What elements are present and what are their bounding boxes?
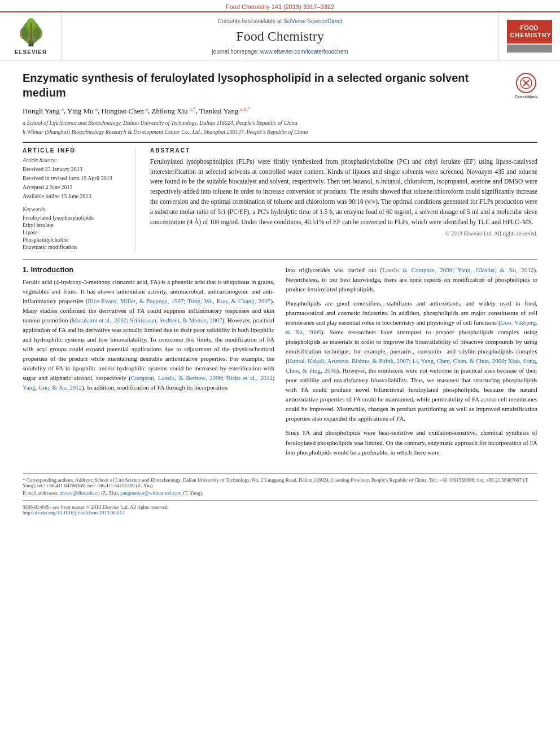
homepage-prefix: journal homepage: [212, 49, 259, 55]
body-area: 1. Introduction Ferulic acid (4-hydroxy-… [23, 259, 537, 462]
svg-point-5 [33, 27, 42, 40]
ref-compton[interactable]: Compton, Laszlo, & Berhow, 2000 [131, 374, 222, 381]
elsevier-tree-icon [11, 17, 51, 48]
copyright-line: © 2013 Elsevier Ltd. All rights reserved… [150, 230, 537, 237]
ref-rice-evans[interactable]: Rice-Evans, Miller, & Paganga, 1997 [88, 298, 184, 304]
history-item-0: Received 23 January 2013 [23, 165, 127, 173]
keyword-2: Lipase [23, 229, 127, 235]
food-chemistry-badge: FOOD CHEMISTRY [507, 20, 552, 43]
badge-chemistry: CHEMISTRY [510, 32, 549, 39]
main-content: Enzymatic synthesis of feruloylated lyso… [0, 60, 560, 468]
citation-text: Food Chemistry 141 (2013) 3317–3322 [226, 3, 334, 10]
footnote-star: * Corresponding authors. Address: School… [23, 477, 537, 488]
intro-para-4: Since FA and phospholipids were heat-sen… [286, 428, 537, 457]
badge-food: FOOD [510, 24, 549, 32]
doi-link[interactable]: http://dx.doi.org/10.1016/j.foodchem.201… [23, 510, 125, 516]
email-label: E-mail addresses: [23, 490, 60, 496]
article-info-label: ARTICLE INFO [23, 147, 127, 154]
ref-srinivasan[interactable]: Srinivasan, Sudheer, & Menon, 2007 [130, 317, 222, 324]
crossmark-circle[interactable] [516, 73, 536, 93]
abstract-col: ABSTRACT Feruloylated lysophospholipids … [150, 147, 537, 251]
intro-para-3: Phospholipids are good emulsifiers, stab… [286, 299, 537, 424]
history-item-1: Received in revised form 19 April 2013 [23, 174, 127, 182]
doi-line: http://dx.doi.org/10.1016/j.foodchem.201… [23, 510, 537, 516]
abstract-label: ABSTRACT [150, 147, 537, 154]
intro-heading: 1. Introduction [23, 265, 274, 274]
email-yang[interactable]: yangtiankui@wilmar-intl.com [120, 490, 182, 496]
email-yang-name: (T. Yang). [183, 490, 203, 496]
homepage-link[interactable]: www.elsevier.com/locate/foodchem [260, 49, 348, 55]
food-chemistry-badge-area: FOOD CHEMISTRY [498, 12, 560, 60]
keyword-0: Feruloylated lysophospholipids [23, 215, 127, 221]
issn-line: 0308-8146/$ - see front matter © 2013 El… [23, 504, 537, 510]
history-label: Article history: [23, 157, 127, 163]
page-wrapper: Food Chemistry 141 (2013) 3317–3322 ELSE… [0, 0, 560, 747]
footer-area: * Corresponding authors. Address: School… [23, 473, 537, 516]
intro-para-1: Ferulic acid (4-hydroxy-3-methoxy cinnam… [23, 277, 274, 393]
issn-text: 0308-8146/$ - see front matter © 2013 El… [23, 504, 169, 510]
author-tiankui: Tiankui Yang a,b,* [199, 107, 250, 115]
journal-info-center: Contents lists available at SciVerse Sci… [62, 12, 498, 60]
article-title-area: Enzymatic synthesis of feruloylated lyso… [23, 71, 537, 100]
journal-header: ELSEVIER Contents lists available at Sci… [0, 11, 560, 60]
ref-laszlo[interactable]: Laszlo & Compton, 2006 [382, 267, 452, 273]
crossmark-icon [520, 77, 532, 89]
body-left-col: 1. Introduction Ferulic acid (4-hydroxy-… [23, 265, 274, 462]
footnote-email: E-mail addresses: zhixiu@dlut.edu.cn (Z.… [23, 490, 537, 497]
elsevier-wordmark: ELSEVIER [15, 49, 47, 55]
author-hongli: Hongli Yang a [23, 107, 64, 115]
keyword-1: Ethyl ferulate [23, 222, 127, 228]
ref-guo[interactable]: Guo, Vikbjerg, & Xu, 2005 [286, 319, 537, 335]
ref-nicks[interactable]: Nicks et al., 2012 [226, 374, 272, 381]
ref-li-yang[interactable]: Li, Yang, Chen, Chen, & Chan, 2008 [412, 357, 504, 364]
keywords-section: Keywords: Feruloylated lysophospholipids… [23, 206, 127, 250]
homepage-line: journal homepage: www.elsevier.com/locat… [212, 49, 348, 55]
author-ying: Ying Mu a [67, 107, 98, 115]
author-zhilong: Zhilong Xiu a,* [152, 107, 196, 115]
affil-b: b Wilmar (Shanghai) Biotechnology Resear… [23, 128, 537, 136]
elsevier-logo-area: ELSEVIER [0, 12, 62, 60]
ref-yang-guo[interactable]: Yang, Guo, & Xu, 2012 [23, 384, 82, 391]
body-right-col: into triglycerides was carried out (Lasz… [286, 265, 537, 462]
email-xiu[interactable]: zhixiu@dlut.edu.cn [60, 490, 100, 496]
keyword-4: Enzymatic modification [23, 244, 127, 250]
svg-point-4 [19, 27, 29, 40]
author-hongtao: Hongtao Chen a [101, 107, 148, 115]
affiliations: a School of Life Science and Biotechnolo… [23, 119, 537, 136]
article-title-text: Enzymatic synthesis of feruloylated lyso… [23, 71, 515, 100]
keywords-label: Keywords: [23, 206, 127, 212]
ref-yang-glasius[interactable]: Yang, Glasius, & Xu, 2012 [458, 267, 534, 273]
sciverse-line: Contents lists available at SciVerse Sci… [218, 18, 342, 24]
sciverse-prefix: Contents lists available at [218, 18, 282, 24]
authors-line: Hongli Yang a, Ying Mu a, Hongtao Chen a… [23, 106, 537, 115]
email-xiu-name: (Z. Xiu), [101, 490, 120, 496]
sciverse-link[interactable]: SciVerse ScienceDirect [283, 18, 342, 24]
crossmark-badge[interactable]: CrossMark [515, 73, 537, 100]
ref-kuntal[interactable]: Kuntal, Kakali, Arunava, Bishnu, & Pulok… [288, 357, 409, 364]
journal-title: Food Chemistry [236, 29, 323, 44]
keyword-3: Phosphatidylcholine [23, 237, 127, 243]
badge-stripe [507, 45, 552, 53]
history-item-2: Accepted 4 June 2013 [23, 184, 127, 191]
citation-bar: Food Chemistry 141 (2013) 3317–3322 [0, 0, 560, 11]
article-info-col: ARTICLE INFO Article history: Received 2… [23, 147, 135, 251]
history-list: Received 23 January 2013 Received in rev… [23, 165, 127, 200]
footer-divider [23, 500, 537, 501]
abstract-text: Feruloylated lysophospholipids (FLPs) we… [150, 157, 537, 228]
elsevier-logo: ELSEVIER [11, 17, 51, 55]
affil-a: a School of Life Science and Biotechnolo… [23, 119, 537, 127]
info-abstract-section: ARTICLE INFO Article history: Received 2… [23, 142, 537, 251]
ref-murakami[interactable]: Murakami et al., 2002 [72, 317, 127, 324]
ref-tung[interactable]: Tung, Wu, Kuo, & Chang, 2007 [187, 298, 270, 304]
history-item-3: Available online 13 June 2013 [23, 193, 127, 200]
intro-para-2: into triglycerides was carried out (Lasz… [286, 265, 537, 294]
